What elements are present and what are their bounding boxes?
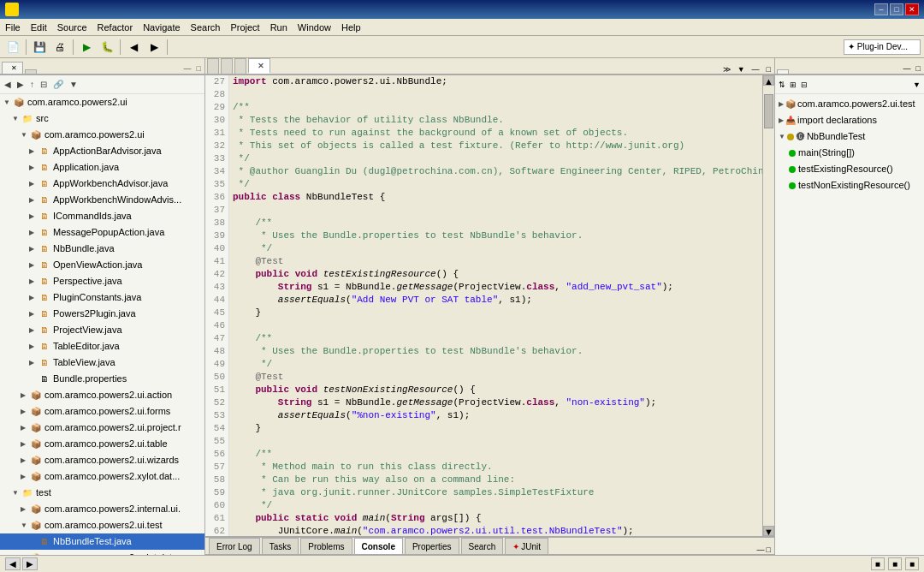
outline-menu-btn[interactable]: ▼ (911, 79, 922, 91)
outline-item[interactable]: ▶📦com.aramco.powers2.ui.test (775, 96, 924, 112)
outline-item[interactable]: testExistingResource() (775, 161, 924, 177)
tree-item[interactable]: 🗎Bundle.properties (0, 371, 204, 387)
outline-item[interactable]: ▶📥import declarations (775, 112, 924, 128)
toolbar-btn-back[interactable]: ◀ (124, 38, 143, 57)
toolbar-btn-forward[interactable]: ▶ (145, 38, 163, 57)
tab-plugins[interactable] (25, 69, 37, 74)
bottom-min-btn[interactable]: — (757, 545, 765, 554)
status-btn-2[interactable]: ■ (888, 557, 902, 570)
bottom-tab-junit[interactable]: ✦JUnit (505, 538, 548, 554)
status-btn-1[interactable]: ■ (871, 557, 885, 570)
tree-item[interactable]: ▶🗎AppWorkbenchWindowAdvis... (0, 192, 204, 208)
left-toolbar-up[interactable]: ↑ (27, 78, 37, 91)
tree-item[interactable]: 🗎NbBundleTest.java (0, 533, 204, 550)
tree-item[interactable]: ▶📦com.aramco.powers2.ui.table (0, 436, 204, 452)
close-button[interactable]: ✕ (905, 3, 919, 15)
editor-tabs-minmax[interactable]: — (749, 65, 763, 74)
code-editor[interactable]: import com.aramco.powers2.ui.NbBundle;/*… (229, 75, 762, 536)
outline-sort-btn[interactable]: ⇅ (777, 79, 787, 91)
left-toolbar-link[interactable]: 🔗 (50, 78, 66, 91)
tree-item[interactable]: ▶🗎OpenViewAction.java (0, 257, 204, 273)
status-arrow-right[interactable]: ▶ (22, 557, 38, 570)
outline-filter-btn[interactable]: ⊞ (788, 79, 798, 91)
menu-item-refactor[interactable]: Refactor (92, 19, 139, 35)
tree-item[interactable]: ▶📦com.aramco.powers2.ui.action (0, 387, 204, 403)
tree-item[interactable]: ▶🗎PluginConstants.java (0, 289, 204, 306)
toolbar-btn-debug[interactable]: 🐛 (98, 38, 116, 57)
tree-item[interactable]: ▼📁test (0, 485, 204, 501)
tree-item[interactable]: ▶🗎ICommandIds.java (0, 208, 204, 224)
tree-item[interactable]: ▼📦com.aramco.powers2.ui (0, 127, 204, 143)
toolbar-btn-new[interactable]: 📄 (3, 38, 22, 57)
tree-item[interactable]: ▶📦com.aramco.powers2.xylot.dat... (0, 468, 204, 485)
nbbundletest-close[interactable]: ✕ (258, 62, 264, 70)
menu-item-run[interactable]: Run (265, 19, 293, 35)
tree-item[interactable]: ▼📦com.aramco.powers2.ui (0, 94, 204, 110)
editor-tabs-overflow[interactable]: ≫ (720, 65, 734, 74)
outline-item[interactable]: testNonExistingResource() (775, 177, 924, 194)
bottom-tab-console[interactable]: Console (354, 538, 403, 554)
menu-item-source[interactable]: Source (52, 19, 92, 35)
tree-item[interactable]: ▶📦com.aramco.powers2.ui.project.r (0, 420, 204, 436)
menu-item-file[interactable]: File (0, 19, 26, 35)
left-toolbar-back[interactable]: ◀ (2, 78, 14, 91)
scrollbar-thumb[interactable] (764, 94, 773, 128)
left-toolbar-forward[interactable]: ▶ (15, 78, 27, 91)
package-explorer-close[interactable]: ✕ (11, 64, 17, 72)
tree-item[interactable]: ▶🗎NbBundle.java (0, 241, 204, 257)
outline-collapse-btn[interactable]: ⊟ (799, 79, 809, 91)
tree-item[interactable]: ▶🗎AppActionBarAdvisor.java (0, 143, 204, 159)
tab-nbbundletest[interactable]: ✕ (248, 58, 270, 74)
status-btn-3[interactable]: ■ (905, 557, 919, 570)
tree-item[interactable]: ▶📦com.aramco.powers2.ui.forms (0, 403, 204, 420)
bottom-tab-tasks[interactable]: Tasks (262, 538, 299, 554)
toolbar-btn-run[interactable]: ▶ (77, 38, 96, 57)
status-arrow-left[interactable]: ◀ (5, 557, 21, 570)
scrollbar-down[interactable]: ▼ (763, 526, 774, 536)
editor-tabs-menu[interactable]: ▼ (734, 65, 749, 74)
menu-item-window[interactable]: Window (293, 19, 336, 35)
bottom-tab-search[interactable]: Search (461, 538, 504, 554)
menu-item-navigate[interactable]: Navigate (138, 19, 185, 35)
tab-outline[interactable] (777, 69, 789, 74)
tab-genericbranch[interactable] (234, 58, 246, 74)
tree-item[interactable]: ▼📦com.aramco.powers2.ui.test (0, 517, 204, 533)
toolbar-btn-save[interactable]: 💾 (30, 38, 49, 57)
tree-item[interactable]: ▶🗎Perspective.java (0, 273, 204, 289)
toolbar-btn-print[interactable]: 🖨 (50, 38, 69, 57)
menu-item-search[interactable]: Search (186, 19, 226, 35)
tab-powers2gui[interactable] (221, 58, 233, 74)
outline-item[interactable]: ▼🅒NbBundleTest (775, 128, 924, 145)
tree-container[interactable]: ▼📦com.aramco.powers2.ui▼📁src▼📦com.aramco… (0, 94, 204, 555)
tree-item[interactable]: ▶🗎Application.java (0, 159, 204, 176)
right-min-btn[interactable]: — (902, 63, 913, 74)
tree-item[interactable]: ▶🗎AppWorkbenchAdvisor.java (0, 176, 204, 192)
maximize-button[interactable]: □ (890, 3, 903, 15)
minimize-button[interactable]: – (874, 3, 888, 15)
right-max-btn[interactable]: □ (915, 63, 922, 74)
tab-com-aramco[interactable] (207, 58, 219, 74)
tree-item[interactable]: ▶🗎MessagePopupAction.java (0, 224, 204, 241)
editor-scrollbar[interactable]: ▲ ▼ (762, 75, 774, 536)
left-maximize-btn[interactable]: □ (195, 63, 203, 74)
menu-item-help[interactable]: Help (336, 19, 366, 35)
tree-item[interactable]: ▼📁src (0, 110, 204, 127)
menu-item-edit[interactable]: Edit (26, 19, 52, 35)
editor-tabs-max2[interactable]: □ (763, 65, 774, 74)
menu-item-project[interactable]: Project (225, 19, 264, 35)
tree-item[interactable]: ▶🗎ProjectView.java (0, 322, 204, 338)
outline-item[interactable]: main(String[]) (775, 145, 924, 161)
tab-package-explorer[interactable]: ✕ (2, 62, 23, 74)
tree-item[interactable]: ▶🗎TableView.java (0, 355, 204, 371)
tree-item[interactable]: ▶📦com.aramco.powers2.internal.ui. (0, 501, 204, 517)
left-minimize-btn[interactable]: — (182, 63, 193, 74)
left-toolbar-menu[interactable]: ▼ (67, 78, 80, 91)
tree-item[interactable]: ▶🗎Powers2Plugin.java (0, 306, 204, 322)
bottom-tab-problems[interactable]: Problems (300, 538, 352, 554)
bottom-tab-error-log[interactable]: Error Log (209, 538, 260, 554)
tree-item[interactable]: ▶🗎TableEditor.java (0, 338, 204, 355)
tree-item[interactable]: ▶📦com.aramco.powers2.ui.wizards (0, 452, 204, 468)
bottom-tab-properties[interactable]: Properties (405, 538, 459, 554)
scrollbar-up[interactable]: ▲ (763, 75, 774, 86)
bottom-max-btn[interactable]: □ (767, 545, 771, 554)
